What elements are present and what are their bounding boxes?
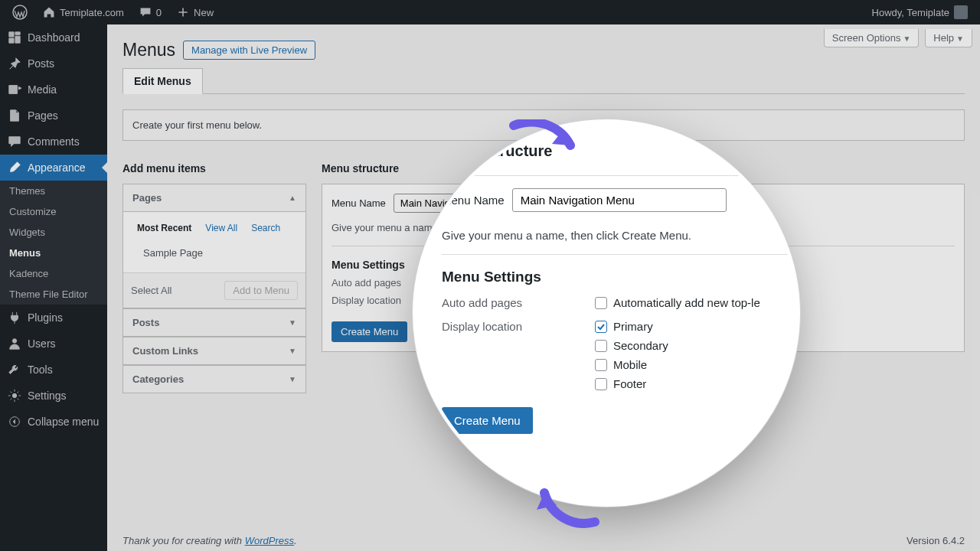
wordpress-link[interactable]: WordPress — [245, 535, 294, 546]
metabox-categories: Categories▼ — [122, 365, 306, 393]
lens-location-secondary[interactable]: Secondary — [595, 339, 668, 352]
sidebar-item-settings[interactable]: Settings — [0, 383, 107, 409]
lens-auto-option[interactable]: Automatically add new top-le — [595, 296, 760, 309]
lens-location-mobile[interactable]: Mobile — [595, 358, 668, 371]
sidebar-sub-theme-file-editor[interactable]: Theme File Editor — [0, 284, 107, 305]
sidebar-item-plugins[interactable]: Plugins — [0, 305, 107, 331]
metabox-toggle[interactable]: Categories▼ — [123, 366, 305, 393]
dash-icon — [8, 31, 21, 44]
lens-location-footer[interactable]: Footer — [595, 377, 668, 390]
chevron-icon: ▼ — [289, 375, 296, 383]
checkbox-icon — [595, 378, 607, 390]
arrow-top-icon — [508, 119, 584, 165]
version-text: Version 6.4.2 — [906, 535, 965, 546]
sidebar-item-collapse-menu[interactable]: Collapse menu — [0, 409, 107, 435]
chevron-icon: ▼ — [289, 318, 296, 327]
sidebar-item-appearance[interactable]: Appearance — [0, 155, 107, 181]
sidebar-item-media[interactable]: Media — [0, 77, 107, 103]
add-to-menu-button[interactable]: Add to Menu — [224, 281, 298, 300]
metabox-toggle[interactable]: Pages▲ — [123, 184, 305, 211]
brush-icon — [8, 161, 21, 174]
metabox-toggle[interactable]: Custom Links▼ — [123, 337, 305, 364]
page-item[interactable]: Sample Page — [131, 241, 298, 265]
checkbox-icon — [595, 321, 607, 333]
collapse-icon — [8, 415, 21, 429]
checkbox-icon — [595, 340, 607, 352]
sidebar-item-pages[interactable]: Pages — [0, 103, 107, 129]
sidebar-item-comments[interactable]: Comments — [0, 129, 107, 155]
wordpress-icon — [12, 5, 28, 20]
wp-logo[interactable] — [6, 0, 34, 24]
sidebar-item-tools[interactable]: Tools — [0, 357, 107, 383]
gear-icon — [8, 389, 21, 403]
lens-settings-header: Menu Settings — [442, 269, 797, 285]
page-icon — [8, 109, 21, 122]
avatar — [954, 5, 968, 19]
live-preview-link[interactable]: Manage with Live Preview — [183, 41, 315, 60]
tab-edit-menus[interactable]: Edit Menus — [122, 68, 203, 94]
sidebar-sub-themes[interactable]: Themes — [0, 181, 107, 201]
auto-add-label: Auto add pages — [332, 277, 416, 289]
sidebar-item-posts[interactable]: Posts — [0, 51, 107, 77]
user-icon — [8, 337, 21, 350]
sidebar-item-users[interactable]: Users — [0, 331, 107, 357]
pin-icon — [8, 57, 21, 70]
checkbox-icon — [595, 359, 607, 371]
lens-create-menu-button[interactable]: Create Menu — [442, 407, 533, 434]
comment-icon — [139, 6, 152, 18]
metabox-posts: Posts▼ — [122, 308, 306, 337]
arrow-bottom-icon — [534, 474, 603, 528]
lens-display-label: Display location — [442, 320, 595, 333]
svg-point-1 — [12, 339, 16, 343]
user-greeting[interactable]: Howdy, Temiplate — [866, 0, 974, 24]
sidebar-item-dashboard[interactable]: Dashboard — [0, 24, 107, 51]
magnifier-overlay: Menu structure Menu Name Give your menu … — [416, 122, 797, 504]
display-location-label: Display location — [332, 295, 416, 306]
plus-icon — [177, 6, 189, 18]
checkbox-icon — [595, 297, 607, 309]
create-menu-button[interactable]: Create Menu — [332, 321, 407, 342]
metabox-tab[interactable]: Search — [245, 220, 286, 236]
comments-count[interactable]: 0 — [133, 0, 168, 24]
lens-location-primary[interactable]: Primary — [595, 320, 668, 333]
lens-hint: Give your menu a name, then click Create… — [442, 229, 797, 242]
sidebar-sub-kadence[interactable]: Kadence — [0, 263, 107, 284]
metabox-custom-links: Custom Links▼ — [122, 337, 306, 365]
screen-options-button[interactable]: Screen Options▼ — [824, 29, 920, 47]
chevron-icon: ▼ — [289, 347, 296, 355]
metabox-toggle[interactable]: Posts▼ — [123, 309, 305, 336]
tool-icon — [8, 363, 21, 377]
sidebar-sub-customize[interactable]: Customize — [0, 201, 107, 222]
site-home[interactable]: Temiplate.com — [37, 0, 130, 24]
media-icon — [8, 83, 21, 96]
menu-name-label: Menu Name — [332, 197, 386, 209]
lens-menu-name-input[interactable] — [512, 188, 727, 212]
plug-icon — [8, 311, 21, 324]
lens-auto-label: Auto add pages — [442, 296, 595, 309]
help-button[interactable]: Help▼ — [925, 29, 972, 47]
home-icon — [43, 6, 55, 18]
sidebar-sub-menus[interactable]: Menus — [0, 243, 107, 263]
new-content[interactable]: New — [171, 0, 220, 24]
chevron-icon: ▲ — [289, 194, 296, 202]
admin-footer: Thank you for creating with WordPress. V… — [122, 535, 965, 546]
add-items-header: Add menu items — [122, 162, 306, 174]
comment-icon — [8, 135, 21, 148]
sidebar-sub-widgets[interactable]: Widgets — [0, 222, 107, 243]
metabox-tab[interactable]: Most Recent — [131, 220, 198, 236]
svg-point-2 — [12, 393, 16, 397]
metabox-pages: Pages▲Most RecentView AllSearchSample Pa… — [122, 184, 306, 308]
select-all-link[interactable]: Select All — [131, 285, 172, 296]
admin-sidebar: DashboardPostsMediaPagesCommentsAppearan… — [0, 24, 107, 551]
metabox-tab[interactable]: View All — [199, 220, 243, 236]
tab-bar: Edit Menus — [122, 68, 965, 94]
admin-bar: Temiplate.com 0 New Howdy, Temiplate — [0, 0, 980, 24]
